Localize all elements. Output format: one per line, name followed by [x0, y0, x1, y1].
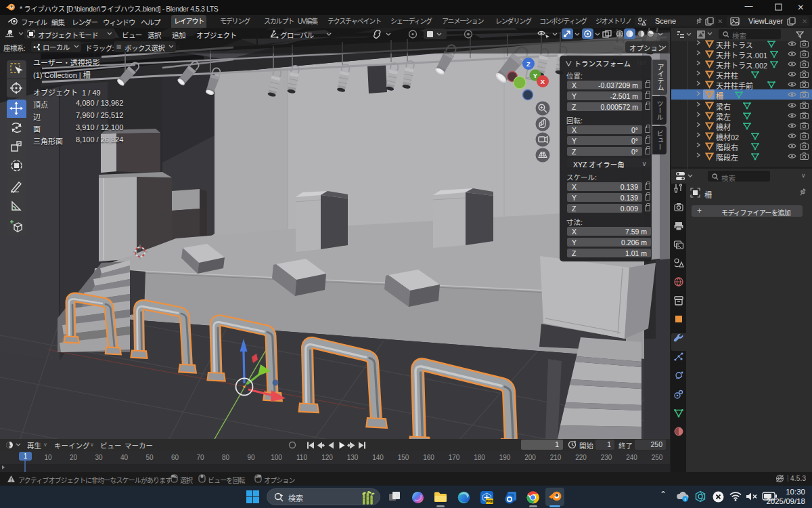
svg-text:130: 130	[347, 454, 359, 461]
svg-text:30: 30	[95, 454, 103, 461]
svg-text:160: 160	[423, 454, 434, 461]
svg-text:220: 220	[575, 454, 587, 461]
svg-text:Y: Y	[533, 72, 538, 79]
svg-text:PRE: PRE	[486, 499, 494, 503]
svg-text:i: i	[685, 496, 686, 501]
svg-text:20: 20	[70, 454, 78, 461]
svg-text:50: 50	[145, 454, 154, 461]
svg-text:90: 90	[247, 454, 255, 461]
svg-text:120: 120	[321, 454, 333, 461]
svg-text:240: 240	[626, 454, 637, 461]
svg-text:100: 100	[271, 454, 282, 461]
svg-text:40: 40	[120, 454, 129, 461]
svg-text:X: X	[541, 78, 545, 85]
svg-text:60: 60	[171, 454, 179, 461]
svg-text:10: 10	[44, 454, 52, 461]
svg-text:70: 70	[196, 454, 204, 461]
svg-text:170: 170	[449, 454, 460, 461]
svg-text:180: 180	[474, 454, 485, 461]
svg-text:80: 80	[222, 454, 230, 461]
svg-text:250: 250	[652, 454, 663, 461]
svg-text:110: 110	[296, 454, 307, 461]
svg-text:Z: Z	[526, 60, 531, 68]
svg-text:150: 150	[398, 454, 409, 461]
svg-text:230: 230	[601, 454, 612, 461]
svg-text:140: 140	[372, 454, 384, 461]
svg-text:1: 1	[24, 452, 28, 460]
svg-text:210: 210	[550, 454, 562, 461]
svg-text:190: 190	[499, 454, 511, 461]
svg-text:200: 200	[524, 454, 536, 461]
